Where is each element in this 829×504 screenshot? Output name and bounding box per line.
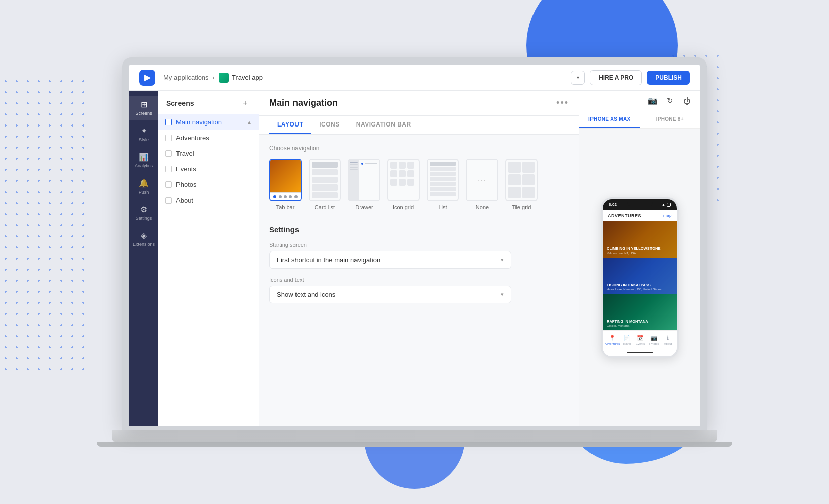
preview-power-icon[interactable]: ⏻ xyxy=(682,96,692,106)
device-tab-iphone-8-plus[interactable]: IPHONE 8+ xyxy=(640,111,700,128)
phone-tab-adventures[interactable]: 📍 Adventures xyxy=(605,335,620,345)
screen-item-adventures[interactable]: Adventures xyxy=(158,130,259,146)
tab-layout[interactable]: LAYOUT xyxy=(269,116,311,134)
nav-option-tab-bar[interactable]: Tab bar xyxy=(269,159,302,210)
main-content: ⊞ Screens ✦ Style 📊 Analytics 🔔 Push xyxy=(129,91,700,426)
list-row-4 xyxy=(430,177,456,181)
screen-item-main-navigation[interactable]: Main navigation ▲ xyxy=(158,114,259,130)
screen-label-adventures: Adventures xyxy=(176,134,209,142)
nav-option-tabbar-label: Tab bar xyxy=(276,204,295,210)
phone-tab-travel[interactable]: 📄 Travel xyxy=(620,335,633,345)
app-icon xyxy=(219,73,229,83)
screen-item-travel[interactable]: Travel xyxy=(158,146,259,161)
sidebar-item-extensions[interactable]: ◈ Extensions xyxy=(129,227,158,251)
phone-home-bar xyxy=(627,352,653,353)
screen-checkbox-adventures[interactable] xyxy=(165,135,172,141)
screen-checkbox-photos[interactable] xyxy=(165,181,172,188)
nav-option-list[interactable]: List xyxy=(427,159,459,210)
preview-refresh-icon[interactable]: ↻ xyxy=(665,96,675,106)
preview-top-icons: 📷 ↻ ⏻ xyxy=(579,91,700,111)
phone-tab-events[interactable]: 📅 Events xyxy=(634,335,647,345)
screen-checkbox-about[interactable] xyxy=(165,197,172,204)
dropdown-button[interactable]: ▾ xyxy=(571,71,585,85)
icon-cell-8 xyxy=(399,179,406,186)
phone-notch xyxy=(627,199,653,206)
tab-navigation-bar[interactable]: NAVIGATION BAR xyxy=(348,116,420,134)
phone-card-2-bg: FISHING IN HAKAI PASS Hakai Lake, Nanaim… xyxy=(603,258,677,294)
style-icon: ✦ xyxy=(141,126,147,136)
phone-tab-about[interactable]: ℹ About xyxy=(661,335,675,345)
editor-header: Main navigation ••• xyxy=(259,91,579,116)
icon-cell-9 xyxy=(407,179,414,186)
analytics-label: Analytics xyxy=(135,163,153,168)
starting-screen-select[interactable]: First shortcut in the main navigation ▾ xyxy=(269,251,511,269)
icon-cell-7 xyxy=(390,179,397,186)
screen-item-photos[interactable]: Photos xyxy=(158,177,259,193)
card-3 xyxy=(312,177,338,183)
nav-option-tile-grid[interactable]: Tile grid xyxy=(505,159,538,210)
preview-camera-icon[interactable]: 📷 xyxy=(647,96,658,106)
icons-text-select[interactable]: Show text and icons ▾ xyxy=(269,286,511,303)
screen-checkbox-travel[interactable] xyxy=(165,150,172,157)
phone-card-1: CLIMBING IN YELLOWSTONE Yellowstone, NJ,… xyxy=(603,221,677,258)
settings-label: Settings xyxy=(136,216,152,221)
editor-more-button[interactable]: ••• xyxy=(556,98,569,108)
sidebar-item-push[interactable]: 🔔 Push xyxy=(129,174,158,199)
screen-checkbox-events[interactable] xyxy=(165,166,172,172)
list-row-3 xyxy=(430,172,456,176)
screens-header: Screens + xyxy=(158,91,259,114)
breadcrumb-parent[interactable]: My applications xyxy=(163,74,209,81)
screen-checkbox-main-navigation[interactable] xyxy=(165,119,172,125)
phone-screen-title: ADVENTURES xyxy=(608,213,641,218)
phone-mockup: 6:02 ▲ ADVENTURES map xyxy=(601,197,679,358)
tile-cell-1 xyxy=(508,162,521,173)
preview-phone-wrapper: 6:02 ▲ ADVENTURES map xyxy=(579,129,700,426)
drawer-content xyxy=(359,160,379,200)
tabbar-dot-5 xyxy=(294,195,298,198)
device-tab-iphone-xs-max[interactable]: IPHONE XS MAX xyxy=(579,111,640,128)
phone-card-3-subtitle: Glacier, Montana xyxy=(607,324,648,327)
tab-icons[interactable]: ICONS xyxy=(311,116,348,134)
sidebar-item-style[interactable]: ✦ Style xyxy=(129,122,158,146)
nav-option-none[interactable]: ··· None xyxy=(466,159,498,210)
add-screen-button[interactable]: + xyxy=(240,98,251,109)
dots-decoration-left xyxy=(0,76,91,378)
adventures-tab-label: Adventures xyxy=(605,342,620,345)
screens-label: Screens xyxy=(135,111,152,116)
editor-tabs: LAYOUT ICONS NAVIGATION BAR xyxy=(259,116,579,135)
settings-icon: ⚙ xyxy=(140,205,147,214)
extensions-icon: ◈ xyxy=(141,231,147,240)
phone-tab-photos[interactable]: 📷 Photos xyxy=(647,335,661,345)
publish-button[interactable]: PUBLISH xyxy=(647,71,690,85)
list-row-2 xyxy=(430,167,456,171)
breadcrumb-separator: › xyxy=(213,74,215,81)
tilegrid-preview xyxy=(506,160,537,200)
starting-screen-chevron-icon: ▾ xyxy=(501,257,504,263)
drawer-dot xyxy=(361,163,363,165)
nav-option-icon-grid[interactable]: Icon grid xyxy=(387,159,420,210)
nav-option-drawer-label: Drawer xyxy=(355,204,373,210)
icon-cell-4 xyxy=(390,170,397,177)
hire-pro-button[interactable]: HIRE A PRO xyxy=(590,70,642,85)
travel-tab-label: Travel xyxy=(623,342,631,345)
nav-section-label: Choose navigation xyxy=(269,145,569,152)
card-1 xyxy=(312,162,338,168)
phone-screen-link[interactable]: map xyxy=(663,213,672,218)
settings-section: Settings Starting screen First shortcut … xyxy=(269,225,569,303)
nav-option-drawer[interactable]: Drawer xyxy=(348,159,380,210)
phone-content: ADVENTURES map CLIMBING IN YELLOWSTONE xyxy=(603,210,677,330)
screen-item-events[interactable]: Events xyxy=(158,161,259,177)
sidebar-item-analytics[interactable]: 📊 Analytics xyxy=(129,148,158,172)
phone-card-2-title: FISHING IN HAKAI PASS xyxy=(607,283,661,287)
list-preview xyxy=(428,160,458,200)
extensions-label: Extensions xyxy=(133,242,155,247)
icon-cell-6 xyxy=(407,170,414,177)
sidebar-item-screens[interactable]: ⊞ Screens xyxy=(129,96,158,120)
top-bar: ▶ My applications › Travel app ▾ HIRE A … xyxy=(129,65,700,91)
sidebar-item-settings[interactable]: ⚙ Settings xyxy=(129,201,158,225)
logo-button[interactable]: ▶ xyxy=(139,70,155,86)
screen-item-about[interactable]: About xyxy=(158,193,259,208)
list-row-6 xyxy=(430,187,456,191)
nav-option-card-list[interactable]: Card list xyxy=(309,159,341,210)
events-tab-icon: 📅 xyxy=(637,335,644,341)
